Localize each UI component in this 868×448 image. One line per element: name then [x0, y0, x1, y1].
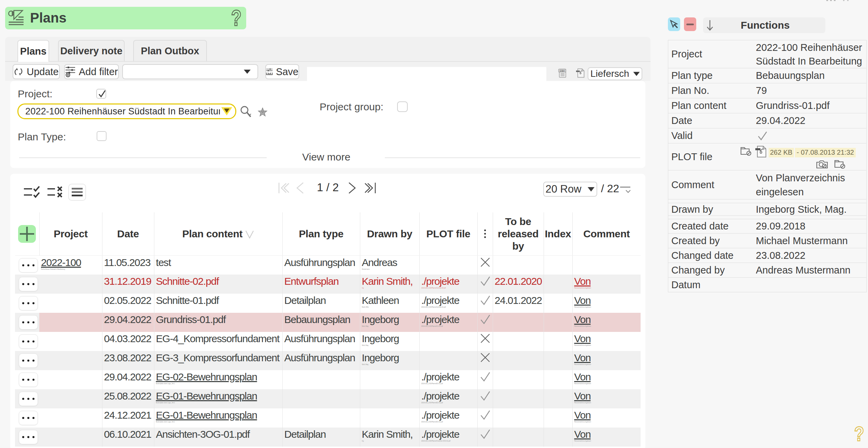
svg-text:CSV: CSV [560, 69, 565, 72]
